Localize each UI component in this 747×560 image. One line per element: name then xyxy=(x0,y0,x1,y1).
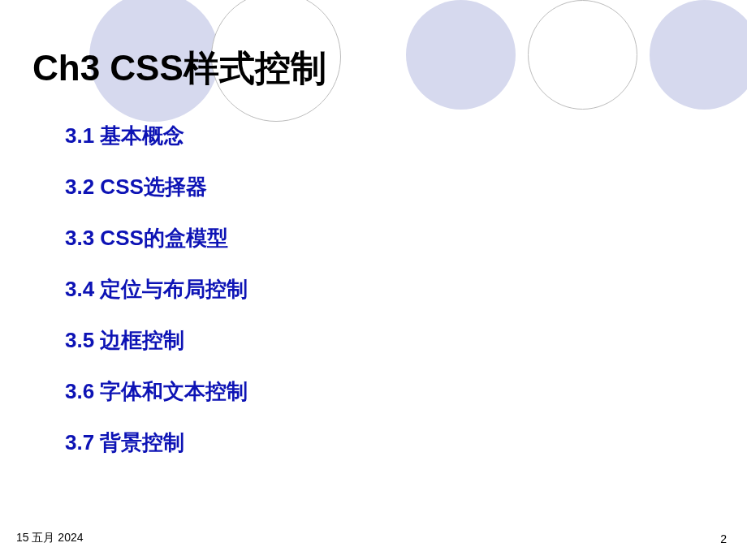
toc-item: 3.2 CSS选择器 xyxy=(65,173,248,201)
toc-item: 3.1 基本概念 xyxy=(65,122,248,150)
decorative-circle xyxy=(406,0,516,110)
chapter-title: Ch3 CSS样式控制 xyxy=(32,45,326,93)
table-of-contents: 3.1 基本概念 3.2 CSS选择器 3.3 CSS的盒模型 3.4 定位与布… xyxy=(65,122,248,480)
toc-item: 3.6 字体和文本控制 xyxy=(65,377,248,406)
toc-item: 3.5 边框控制 xyxy=(65,326,248,355)
toc-item: 3.4 定位与布局控制 xyxy=(65,275,248,304)
decorative-circle xyxy=(528,0,637,110)
footer-date: 15 五月 2024 xyxy=(16,531,84,545)
toc-item: 3.3 CSS的盒模型 xyxy=(65,224,248,252)
toc-item: 3.7 背景控制 xyxy=(65,429,248,457)
decorative-circle xyxy=(650,0,747,110)
footer-page-number: 2 xyxy=(720,532,727,545)
